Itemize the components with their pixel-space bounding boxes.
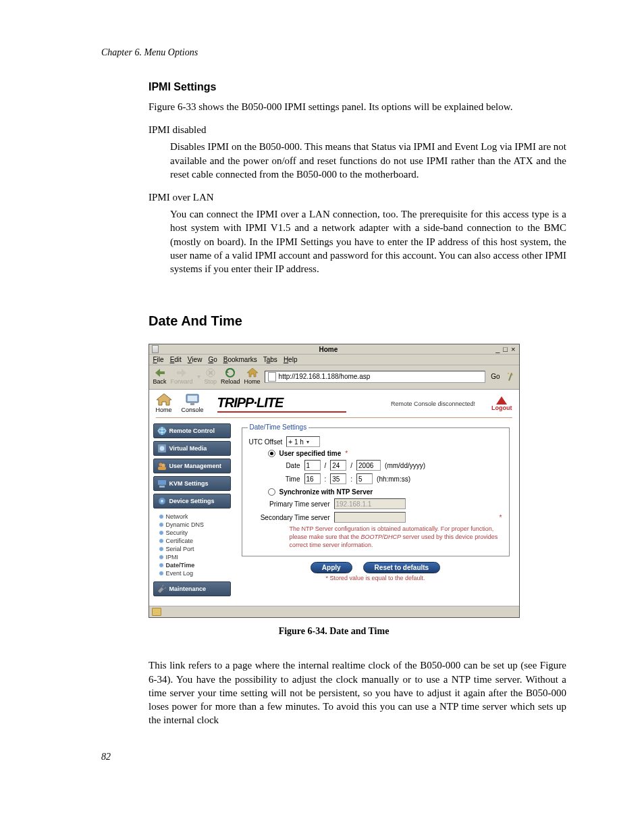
- sidebar-item-maintenance[interactable]: Maintenance: [153, 581, 231, 596]
- disk-icon: [157, 444, 167, 453]
- document-icon: [268, 372, 276, 382]
- back-arrow-icon: [155, 368, 165, 377]
- brand-logo: TRIPP·LITE: [217, 395, 346, 413]
- home-icon: [247, 368, 258, 377]
- go-button[interactable]: Go: [489, 373, 501, 380]
- logout-icon: [496, 396, 507, 405]
- sidebar-item-kvm-settings[interactable]: KVM Settings: [153, 476, 231, 491]
- secondary-server-input: [334, 512, 406, 523]
- menu-go[interactable]: Go: [208, 356, 217, 363]
- primary-server-label: Primary Time server: [249, 500, 330, 508]
- home-label: Home: [244, 378, 261, 385]
- menu-help[interactable]: Help: [284, 356, 298, 363]
- radio-user-time-label: User specified time: [279, 450, 342, 457]
- back-label: Back: [153, 378, 167, 385]
- logout-label: Logout: [491, 405, 512, 411]
- window-title: Home: [161, 346, 496, 353]
- reload-label: Reload: [221, 378, 240, 385]
- time-second-input[interactable]: 5: [356, 473, 373, 484]
- logout-button[interactable]: Logout: [491, 396, 512, 411]
- back-button[interactable]: Back: [153, 368, 167, 385]
- date-day-input[interactable]: 24: [330, 460, 346, 471]
- date-format-hint: (mm/dd/yyyy): [385, 462, 425, 469]
- nav-console-label: Console: [182, 407, 204, 413]
- svg-rect-3: [508, 373, 512, 381]
- menu-view[interactable]: View: [188, 356, 203, 363]
- nav-home-label: Home: [156, 407, 172, 413]
- wrench-icon: [157, 584, 167, 594]
- apply-button[interactable]: Apply: [311, 562, 352, 573]
- logo-text: TRIPP·LITE: [217, 395, 346, 411]
- date-year-input[interactable]: 2006: [356, 460, 381, 471]
- nav-console[interactable]: Console: [182, 394, 204, 413]
- forward-button: Forward: [171, 368, 193, 385]
- sub-security[interactable]: Security: [159, 529, 231, 537]
- ipmi-intro-paragraph: Figure 6-33 shows the B050-000 IPMI sett…: [101, 100, 566, 113]
- stored-default-note: * Stored value is equal to the default.: [242, 575, 510, 581]
- sidebar-item-label: Virtual Media: [169, 445, 207, 452]
- svg-rect-16: [158, 467, 166, 470]
- stop-button: Stop: [205, 368, 217, 385]
- date-time-paragraph: This link refers to a page where the int…: [101, 658, 566, 727]
- nav-home[interactable]: Home: [156, 394, 172, 413]
- page-number: 82: [101, 752, 566, 762]
- sidebar-item-label: User Management: [169, 463, 222, 469]
- primary-server-input: 192.168.1.1: [334, 498, 406, 509]
- reset-defaults-button[interactable]: Reset to defaults: [363, 562, 441, 573]
- window-titlebar[interactable]: Home _ □ ×: [149, 344, 519, 355]
- utc-offset-select[interactable]: + 1 h: [286, 436, 320, 447]
- url-bar[interactable]: http://192.168.1.188/home.asp: [265, 371, 486, 383]
- def-ipmi-over-lan: You can connect the IPMI over a LAN conn…: [101, 207, 566, 276]
- svg-point-20: [161, 500, 163, 502]
- wand-icon[interactable]: [506, 371, 515, 382]
- time-format-hint: (hh:mm:ss): [377, 475, 410, 483]
- time-minute-input[interactable]: 35: [330, 473, 346, 484]
- menu-edit[interactable]: Edit: [170, 356, 182, 363]
- menu-tabs[interactable]: Tabs: [263, 356, 277, 363]
- ntp-note: The NTP Server configuration is obtained…: [249, 525, 502, 549]
- url-text: http://192.168.1.188/home.asp: [279, 373, 371, 380]
- svg-rect-18: [159, 486, 165, 488]
- time-hour-input[interactable]: 16: [304, 473, 321, 484]
- sidebar-item-label: KVM Settings: [169, 480, 209, 487]
- date-month-input[interactable]: 1: [304, 460, 321, 471]
- folder-icon: [152, 608, 161, 616]
- sub-certificate[interactable]: Certificate: [159, 537, 231, 545]
- reload-button[interactable]: Reload: [221, 368, 240, 385]
- figure-caption: Figure 6-34. Date and Time: [101, 626, 566, 637]
- radio-ntp-label: Synchronize with NTP Server: [279, 488, 373, 496]
- sub-ipmi[interactable]: IPMI: [159, 553, 231, 561]
- radio-user-time[interactable]: [268, 450, 275, 457]
- stop-icon: [205, 368, 216, 377]
- sub-dynamic-dns[interactable]: Dynamic DNS: [159, 521, 231, 529]
- window-controls[interactable]: _ □ ×: [495, 345, 516, 353]
- utc-offset-label: UTC Offset: [249, 438, 283, 446]
- menu-file[interactable]: File: [153, 356, 164, 363]
- home-button[interactable]: Home: [244, 368, 261, 385]
- sidebar: Remote Control Virtual Media User Manage…: [149, 418, 235, 606]
- sidebar-item-virtual-media[interactable]: Virtual Media: [153, 441, 231, 456]
- menu-bookmarks[interactable]: Bookmarks: [223, 356, 257, 363]
- console-status: Remote Console disconnected!: [346, 400, 491, 407]
- time-label: Time: [280, 475, 300, 483]
- term-ipmi-over-lan: IPMI over LAN: [101, 192, 566, 203]
- screenshot-window: Home _ □ × File Edit View Go Bookmarks T…: [149, 344, 520, 618]
- kvm-icon: [157, 479, 167, 488]
- sidebar-item-user-management[interactable]: User Management: [153, 459, 231, 473]
- radio-ntp[interactable]: [268, 488, 275, 496]
- device-settings-submenu: Network Dynamic DNS Security Certificate…: [153, 511, 231, 581]
- sub-network[interactable]: Network: [159, 513, 231, 521]
- toolbar: Back Forward ▾ Stop Reload: [149, 365, 519, 390]
- svg-rect-17: [158, 480, 166, 485]
- sidebar-item-label: Remote Control: [169, 427, 215, 434]
- sidebar-item-device-settings[interactable]: Device Settings: [153, 494, 231, 509]
- monitor-icon: [185, 394, 200, 406]
- users-icon: [157, 461, 167, 471]
- menubar[interactable]: File Edit View Go Bookmarks Tabs Help: [149, 355, 519, 365]
- sub-serial-port[interactable]: Serial Port: [159, 545, 231, 553]
- sub-event-log[interactable]: Event Log: [159, 569, 231, 577]
- house-icon: [157, 394, 171, 406]
- sidebar-item-remote-control[interactable]: Remote Control: [153, 423, 231, 438]
- term-ipmi-disabled: IPMI disabled: [101, 124, 566, 136]
- sub-date-time[interactable]: Date/Time: [159, 561, 231, 569]
